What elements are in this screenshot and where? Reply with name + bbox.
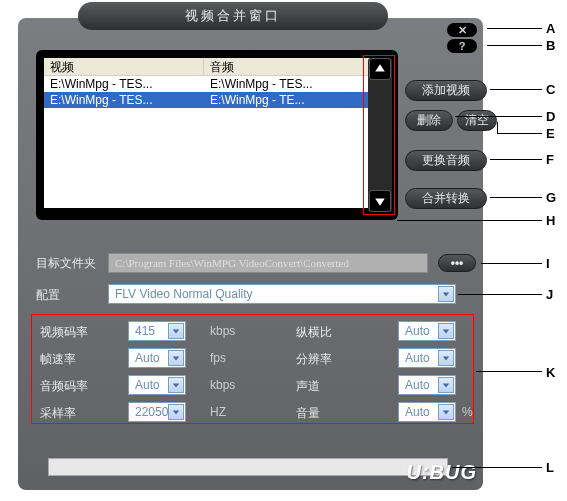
col-audio[interactable]: 音频: [204, 58, 364, 75]
cell-video: E:\WinMpg - TES...: [44, 92, 204, 108]
config-value: FLV Video Normal Quality: [115, 287, 253, 301]
annot-F: F: [546, 152, 554, 167]
help-icon[interactable]: ?: [447, 39, 477, 53]
list-container: 视频 音频 E:\WinMpg - TES... E:\WinMpg - TES…: [36, 50, 398, 220]
annot-I: I: [546, 256, 550, 271]
annot-E: E: [546, 126, 555, 141]
browse-button[interactable]: •••: [438, 254, 476, 272]
cell-audio: E:\WinMpg - TES...: [204, 76, 364, 92]
clear-button[interactable]: 清空: [457, 110, 497, 131]
annot-C: C: [546, 82, 555, 97]
table-row[interactable]: E:\WinMpg - TES... E:\WinMpg - TES...: [44, 76, 374, 92]
cell-video: E:\WinMpg - TES...: [44, 76, 204, 92]
annot-H: H: [546, 213, 555, 228]
file-list[interactable]: 视频 音频 E:\WinMpg - TES... E:\WinMpg - TES…: [44, 58, 374, 208]
annot-J: J: [546, 287, 553, 302]
annot-A: A: [546, 21, 555, 36]
window-title: 视频合并窗口: [78, 2, 388, 30]
annot-L: L: [546, 460, 554, 475]
config-label: 配置: [36, 287, 60, 304]
close-icon[interactable]: ✕: [447, 23, 477, 37]
annot-G: G: [546, 190, 556, 205]
annot-D: D: [546, 109, 555, 124]
merge-convert-button[interactable]: 合并转换: [405, 188, 487, 209]
annot-box-h: [363, 55, 395, 215]
chevron-down-icon: [438, 286, 454, 302]
annot-B: B: [546, 38, 555, 53]
dest-folder-label: 目标文件夹: [36, 255, 96, 272]
list-header: 视频 音频: [44, 58, 374, 76]
table-row[interactable]: E:\WinMpg - TES... E:\WinMpg - TE...: [44, 92, 374, 108]
col-video[interactable]: 视频: [44, 58, 204, 75]
config-select[interactable]: FLV Video Normal Quality: [108, 284, 456, 304]
cell-audio: E:\WinMpg - TE...: [204, 92, 364, 108]
add-video-button[interactable]: 添加视频: [405, 80, 487, 101]
brand-watermark: U:BUG: [406, 461, 477, 484]
dest-folder-field: C:\Program Files\WinMPG VideoConvert\Con…: [108, 253, 428, 273]
status-bar: [48, 458, 448, 476]
annot-box-k: [31, 314, 474, 424]
replace-audio-button[interactable]: 更换音频: [405, 150, 487, 171]
annot-K: K: [546, 365, 555, 380]
delete-button[interactable]: 删除: [405, 110, 453, 131]
